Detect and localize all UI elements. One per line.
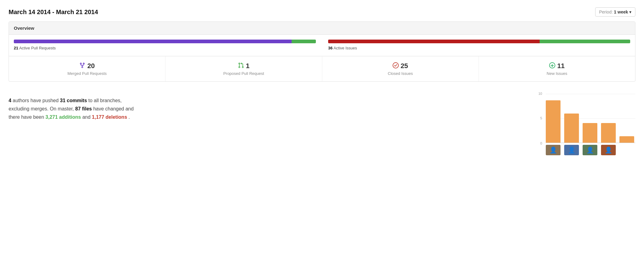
proposed-prs-count: 1	[246, 62, 250, 70]
chart-bar	[619, 136, 634, 143]
y-label-bottom: 0	[540, 141, 542, 145]
pr-bar-label: 21 Active Pull Requests	[14, 46, 316, 53]
issues-bar-green	[540, 40, 630, 43]
new-issues-label: New Issues	[483, 71, 631, 76]
chart-bars	[546, 94, 635, 143]
chevron-down-icon: ▾	[629, 10, 631, 14]
pull-requests-bar-section: 21 Active Pull Requests	[14, 40, 316, 53]
chart-avatars: 👤👤👤👤	[546, 143, 635, 155]
closed-issues-number-line: 25	[326, 62, 475, 70]
y-label-mid: 5	[540, 116, 542, 120]
pr-bar-green	[292, 40, 316, 43]
overview-bars: 21 Active Pull Requests 36 Active Issues	[9, 35, 635, 56]
period-value: 1 week	[614, 10, 628, 14]
chart-area: 10 5 0 👤👤👤👤	[537, 91, 635, 155]
issues-active-text: Active Issues	[333, 46, 357, 50]
issues-bar-red	[328, 40, 540, 43]
stat-merged-prs: 20 Merged Pull Requests	[9, 56, 165, 81]
stat-proposed-prs: 1 Proposed Pull Request	[165, 56, 322, 81]
merged-prs-icon	[79, 62, 85, 70]
y-label-top: 10	[538, 92, 542, 95]
issues-bar-track	[328, 40, 630, 43]
pr-bar-purple	[14, 40, 292, 43]
merged-prs-label: Merged Pull Requests	[13, 71, 161, 76]
new-issues-count: 11	[557, 62, 564, 70]
files-label: files	[82, 106, 92, 111]
proposed-prs-icon	[238, 62, 244, 70]
new-issues-number-line: 11	[483, 62, 631, 70]
issues-bar-label: 36 Active Issues	[328, 46, 630, 53]
end-punctuation: .	[128, 114, 130, 120]
authors-label: authors	[13, 98, 29, 103]
overview-box: Overview 21 Active Pull Requests 36 Acti…	[9, 21, 635, 82]
merged-prs-count: 20	[87, 62, 95, 70]
authors-count: 4	[9, 98, 11, 103]
chart-bar	[546, 100, 561, 143]
avatar: 👤	[601, 145, 616, 155]
additions-label: additions	[59, 114, 81, 120]
page-header: March 14 2014 - March 21 2014 Period: 1 …	[9, 7, 635, 17]
date-range: March 14 2014 - March 21 2014	[9, 9, 98, 16]
closed-issues-count: 25	[401, 62, 408, 70]
pr-active-count: 21	[14, 46, 18, 50]
and-text: and	[82, 114, 92, 120]
issues-active-count: 36	[328, 46, 332, 50]
commit-summary: 4 authors have pushed 31 commits to all …	[9, 91, 525, 122]
bottom-section: 4 authors have pushed 31 commits to all …	[9, 89, 635, 155]
pr-active-text: Active Pull Requests	[19, 46, 56, 50]
chart-bar	[601, 123, 616, 143]
avatar: 👤	[583, 145, 597, 155]
chart-bar	[583, 123, 597, 143]
closed-issues-icon	[393, 62, 399, 70]
stats-row: 20 Merged Pull Requests 1 Proposed Pull …	[9, 56, 635, 81]
overview-title: Overview	[9, 22, 635, 35]
deletions-label: deletions	[106, 114, 127, 120]
period-selector-button[interactable]: Period: 1 week ▾	[595, 7, 635, 17]
stat-closed-issues: 25 Closed Issues	[322, 56, 479, 81]
period-label: Period:	[599, 10, 613, 14]
avatar: 👤	[546, 145, 561, 155]
closed-issues-label: Closed Issues	[326, 71, 475, 76]
issues-bar-section: 36 Active Issues	[328, 40, 630, 53]
commits-label: commits	[67, 98, 87, 103]
deletions-count: 1,177	[92, 114, 104, 120]
stat-new-issues: 11 New Issues	[479, 56, 635, 81]
files-count: 87	[75, 106, 81, 111]
push-text: have pushed	[30, 98, 60, 103]
chart-bar	[564, 114, 579, 143]
new-issues-icon	[549, 62, 555, 70]
proposed-prs-number-line: 1	[169, 62, 318, 70]
commits-count: 31	[60, 98, 65, 103]
avatar: 👤	[564, 145, 579, 155]
pull-requests-bar-track	[14, 40, 316, 43]
proposed-prs-label: Proposed Pull Request	[169, 71, 318, 76]
additions-count: 3,271	[45, 114, 58, 120]
merged-prs-number-line: 20	[13, 62, 161, 70]
